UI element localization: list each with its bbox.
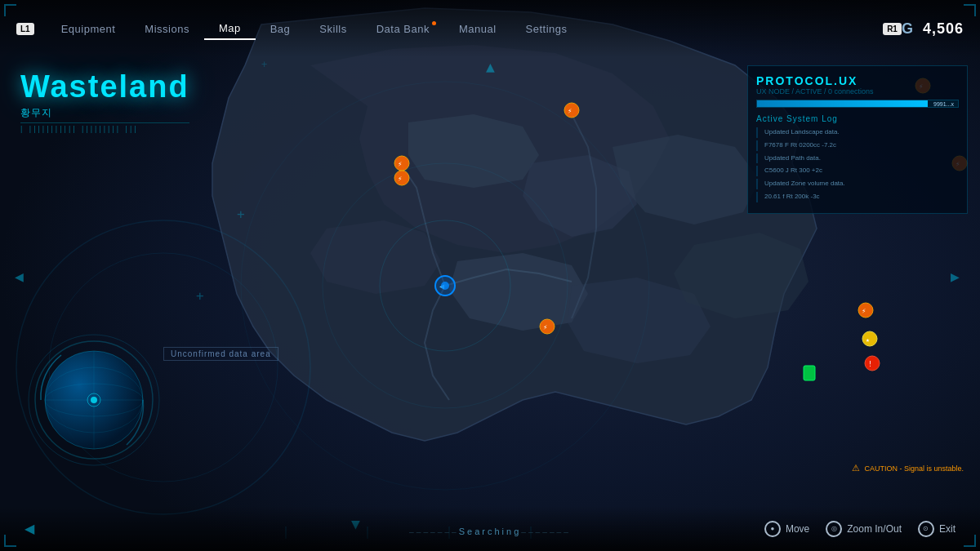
exit-label: Exit	[939, 523, 956, 535]
svg-text:⚡: ⚡	[398, 175, 402, 183]
svg-rect-39	[804, 366, 815, 380]
corner-decoration-tl	[4, 4, 16, 16]
protocol-log-entry-2: Updated Path data.	[756, 153, 959, 164]
svg-text:!: !	[868, 361, 872, 368]
top-navigation: L1 Equipment Missions Map Bag Skills Dat…	[0, 0, 980, 57]
searching-label: Searching	[409, 527, 571, 536]
svg-point-42	[862, 331, 877, 346]
l1-badge[interactable]: L1	[16, 23, 34, 35]
svg-text:★: ★	[866, 336, 870, 344]
nav-items-list: Equipment Missions Map Bag Skills Data B…	[47, 18, 879, 40]
protocol-panel: PROTOCOL.UX UX NODE / ACTIVE / 0 connect…	[747, 65, 968, 214]
svg-text:⚡: ⚡	[862, 307, 866, 315]
protocol-bar-label: 9991...x	[933, 101, 954, 107]
nav-settings[interactable]: Settings	[511, 19, 582, 39]
svg-point-38	[441, 282, 449, 290]
protocol-progress-bar: 9991...x	[756, 100, 959, 108]
svg-text:▲: ▲	[486, 58, 495, 75]
move-label: Move	[786, 523, 809, 535]
nav-bag[interactable]: Bag	[256, 19, 305, 39]
protocol-bar-fill	[757, 100, 928, 107]
zoom-label: Zoom In/Out	[847, 523, 902, 535]
zoom-button-icon[interactable]: ◎	[826, 521, 842, 537]
unconfirmed-label: Unconfirmed data area	[163, 347, 278, 361]
caution-label: CAUTION - Signal is unstable.	[864, 464, 964, 473]
exit-button-icon[interactable]: ⊙	[918, 521, 934, 537]
caution-icon: ⚠	[852, 463, 860, 473]
protocol-log-entry-4: Updated Zone volume data.	[756, 179, 959, 189]
move-button-icon[interactable]: ●	[764, 521, 781, 537]
nav-manual[interactable]: Manual	[444, 19, 511, 39]
protocol-subtitle: UX NODE / ACTIVE / 0 connections	[756, 87, 959, 96]
r1-badge[interactable]: R1	[883, 23, 902, 35]
svg-point-25	[91, 397, 97, 403]
region-title: Wasteland	[20, 69, 189, 104]
corner-decoration-br	[964, 535, 976, 547]
protocol-log-entry-1: F7678 F Rt 0200cc -7.2c	[756, 140, 959, 151]
nav-databank[interactable]: Data Bank	[362, 19, 444, 39]
map-background: + + + ◀ ▶ ▲ ▼ ⚡ ⚡	[0, 0, 980, 551]
svg-text:◀: ◀	[15, 268, 24, 285]
svg-text:⚡: ⚡	[543, 323, 547, 331]
left-arrow-btn: ◀	[24, 521, 34, 536]
control-zoom: ◎ Zoom In/Out	[826, 521, 902, 537]
protocol-log-entry-5: 20.61 f Rt 200k -3c	[756, 192, 959, 202]
protocol-title: PROTOCOL.UX	[756, 74, 959, 87]
svg-text:+: +	[261, 59, 267, 70]
bottom-bar: ◀ Searching ● Move ◎ Zoom In/Out ⊙ Exit	[0, 506, 980, 551]
control-exit: ⊙ Exit	[918, 521, 956, 537]
svg-text:+: +	[237, 207, 245, 222]
control-move: ● Move	[764, 521, 809, 537]
caution-text: ⚠ CAUTION - Signal is unstable.	[852, 463, 964, 473]
region-code: | ||||||||||| ||||||||| |||	[20, 122, 189, 133]
region-subtitle: 황무지	[20, 106, 189, 120]
svg-text:⚡: ⚡	[398, 160, 402, 168]
nav-equipment[interactable]: Equipment	[47, 19, 131, 39]
protocol-log-entry-0: Updated Landscape data.	[756, 127, 959, 138]
region-name-panel: Wasteland 황무지 | ||||||||||| ||||||||| ||…	[20, 69, 189, 133]
protocol-log-title: Active System Log	[756, 114, 959, 123]
svg-text:+: +	[196, 288, 204, 304]
currency-value: 4,506	[923, 20, 964, 37]
protocol-log-entry-3: C5600 J Rt 300 +2c	[756, 166, 959, 176]
corner-decoration-tr	[964, 4, 976, 16]
svg-text:⚡: ⚡	[568, 107, 572, 115]
nav-map[interactable]: Map	[204, 18, 256, 40]
bottom-controls: ● Move ◎ Zoom In/Out ⊙ Exit	[764, 521, 956, 537]
currency-display: G 4,506	[902, 20, 964, 38]
nav-skills[interactable]: Skills	[305, 19, 361, 39]
bottom-left-arrows: ◀	[24, 521, 34, 536]
nav-missions[interactable]: Missions	[130, 19, 204, 39]
svg-text:▶: ▶	[951, 268, 960, 285]
corner-decoration-bl	[4, 535, 16, 547]
svg-point-44	[865, 356, 880, 371]
currency-label: G	[902, 20, 914, 37]
